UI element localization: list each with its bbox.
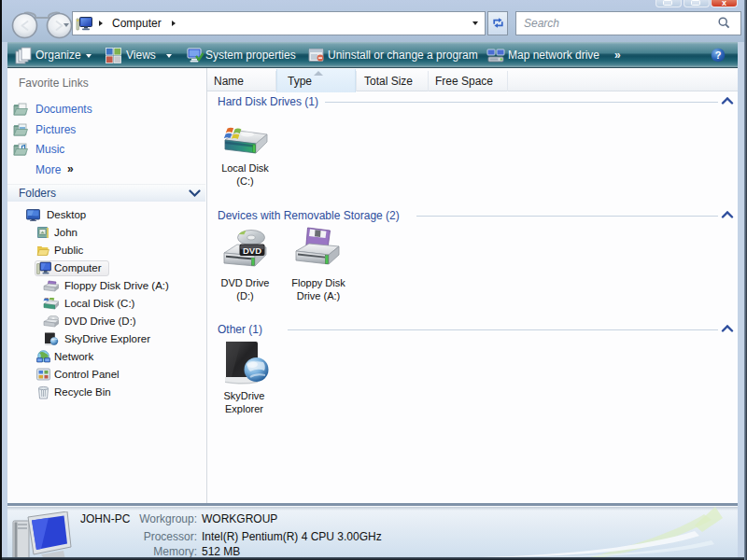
svg-text:?: ? [715, 49, 722, 61]
